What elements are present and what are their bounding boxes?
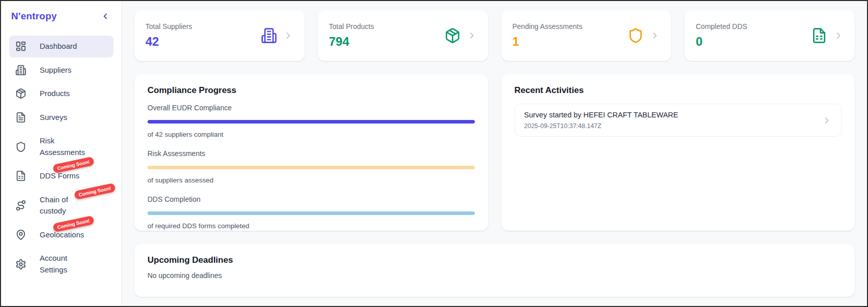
sidebar-header: N'entropy [9, 10, 113, 22]
activity-title: Survey started by HEFEI CRAFT TABLEWARE [524, 111, 678, 119]
stat-label: Total Products [329, 22, 374, 30]
stat-card-pending-assessments[interactable]: Pending Assessments 1 [501, 10, 672, 61]
stat-card-total-products[interactable]: Total Products 794 [318, 10, 488, 61]
metric-caption: of 42 suppliers compliant [147, 131, 475, 138]
sidebar-item-label: Products [40, 88, 70, 100]
stat-value: 0 [696, 35, 747, 49]
metric-label: DDS Completion [147, 195, 475, 203]
file-form-icon [15, 170, 26, 181]
progress-fill [147, 211, 475, 215]
card-title: Recent Activities [515, 85, 842, 96]
sidebar-item-label: Risk Assessments [40, 135, 93, 158]
package-icon [15, 88, 26, 99]
metric-label: Risk Assessments [147, 149, 475, 158]
progress-bar [147, 211, 475, 215]
stat-label: Total Suppliers [145, 22, 192, 30]
sidebar-item-label: Suppliers [40, 65, 72, 76]
sidebar-item-label: Surveys [40, 112, 67, 124]
metric-dds-completion: DDS Completion of required DDS forms com… [147, 195, 475, 230]
sidebar-item-geolocations[interactable]: Geolocations Coming Soon! [9, 224, 113, 246]
file-text-icon [15, 112, 26, 123]
metric-caption: of required DDS forms completed [147, 222, 475, 230]
activity-list-item[interactable]: Survey started by HEFEI CRAFT TABLEWARE … [515, 104, 842, 137]
sidebar-collapse-button[interactable] [99, 10, 111, 22]
sidebar-item-surveys[interactable]: Surveys [9, 107, 113, 129]
route-icon [15, 200, 26, 211]
package-icon [444, 27, 461, 44]
map-pin-icon [15, 229, 26, 240]
sidebar-item-chain-of-custody[interactable]: Chain of custody Coming Soon! [9, 189, 113, 222]
chevron-right-icon [650, 30, 660, 41]
building-icon [15, 65, 26, 76]
stat-card-completed-dds[interactable]: Completed DDS 0 [684, 10, 855, 61]
empty-state-text: No upcoming deadlines [147, 271, 842, 280]
main-content: Total Suppliers 42 Total Products 794 Pe… [122, 1, 867, 306]
stat-card-total-suppliers[interactable]: Total Suppliers 42 [134, 10, 305, 61]
brand-logo: N'entropy [11, 11, 57, 22]
progress-bar [147, 120, 475, 124]
file-form-icon [811, 27, 827, 44]
stat-label: Completed DDS [696, 22, 747, 30]
sidebar-item-dds-forms[interactable]: DDS Forms Coming Soon! [9, 165, 113, 187]
metric-overall-eudr-compliance: Overall EUDR Compliance of 42 suppliers … [147, 104, 475, 138]
metric-label: Overall EUDR Compliance [147, 104, 475, 112]
stat-value: 794 [329, 35, 374, 49]
metric-risk-assessments: Risk Assessments of suppliers assessed [147, 149, 475, 184]
chevron-right-icon [822, 115, 832, 126]
progress-fill [147, 120, 475, 124]
shield-icon [15, 141, 26, 152]
progress-bar [147, 166, 475, 169]
building-icon [261, 27, 277, 44]
chevron-right-icon [467, 30, 477, 41]
sidebar-item-suppliers[interactable]: Suppliers [9, 59, 113, 81]
chevron-right-icon [283, 30, 293, 41]
metric-caption: of suppliers assessed [147, 176, 475, 184]
chevron-left-icon [101, 12, 110, 21]
stat-label: Pending Assessments [513, 22, 583, 30]
activity-timestamp: 2025-09-25T10:37:48.147Z [524, 122, 678, 130]
card-title: Compliance Progress [147, 85, 475, 96]
sidebar-item-account-settings[interactable]: Account Settings [9, 248, 113, 281]
sidebar-item-dashboard[interactable]: Dashboard [9, 36, 113, 57]
sidebar: N'entropy Dashboard Suppliers Products S… [1, 1, 122, 306]
sidebar-item-risk-assessments[interactable]: Risk Assessments [9, 130, 113, 163]
sidebar-item-label: Account Settings [40, 253, 93, 275]
sidebar-nav: Dashboard Suppliers Products Surveys Ris… [9, 36, 113, 281]
gear-icon [15, 259, 26, 270]
stat-value: 1 [513, 35, 583, 49]
recent-activities-card: Recent Activities Survey started by HEFE… [501, 74, 855, 231]
progress-fill [147, 166, 475, 169]
upcoming-deadlines-card: Upcoming Deadlines No upcoming deadlines [134, 244, 855, 297]
card-title: Upcoming Deadlines [147, 255, 842, 265]
stat-value: 42 [145, 35, 192, 49]
compliance-progress-card: Compliance Progress Overall EUDR Complia… [134, 74, 488, 231]
shield-icon [627, 27, 644, 44]
sidebar-item-products[interactable]: Products [9, 83, 113, 105]
sidebar-item-label: Dashboard [40, 41, 77, 52]
chevron-right-icon [833, 30, 844, 41]
dashboard-icon [15, 41, 26, 52]
